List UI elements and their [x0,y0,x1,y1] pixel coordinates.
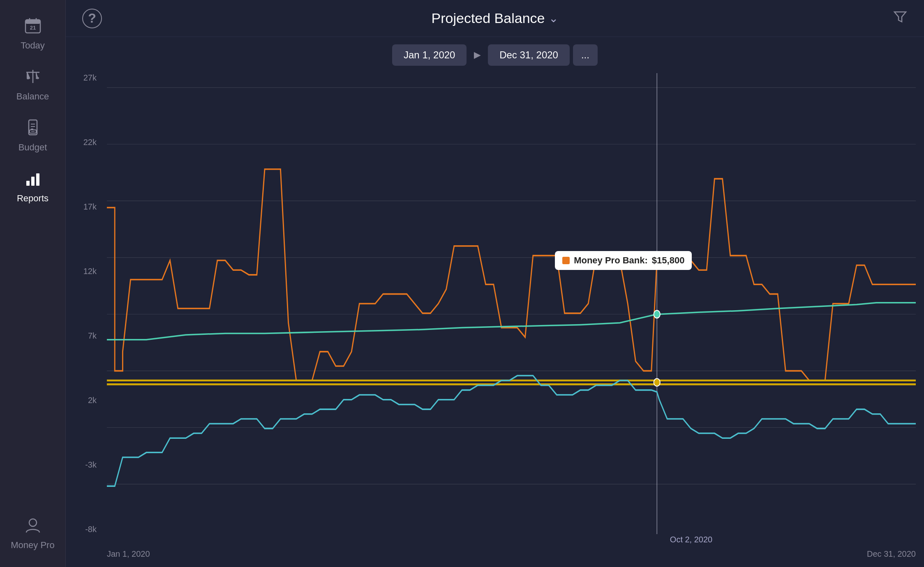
sidebar: 21 Today Balance [0,0,66,567]
chart-svg [107,73,916,534]
balance-icon [24,67,42,88]
sidebar-item-money-pro-label: Money Pro [11,540,54,551]
y-label-2k: 2k [66,396,103,405]
chart-area: 27k 22k 17k 12k 7k 2k -3k -8k [66,73,924,567]
sidebar-item-budget[interactable]: Budget [0,110,65,161]
header-center: Projected Balance ⌄ [432,10,559,26]
help-icon[interactable]: ? [82,9,102,28]
date-more-button[interactable]: ... [573,44,598,66]
sidebar-item-money-pro[interactable]: Money Pro [0,508,65,559]
sidebar-item-today[interactable]: 21 Today [0,8,65,59]
x-label-start: Jan 1, 2020 [107,549,150,559]
y-label-neg3k: -3k [66,460,103,470]
y-label-17k: 17k [66,202,103,212]
svg-point-30 [654,310,660,318]
main-content: ? Projected Balance ⌄ Jan 1, 2020 ► Dec … [66,0,924,567]
y-label-12k: 12k [66,267,103,276]
green-line [107,303,916,340]
filter-icon[interactable] [893,9,908,28]
reports-icon [24,169,42,190]
svg-text:21: 21 [30,25,35,31]
header-right [883,9,908,28]
end-date-button[interactable]: Dec 31, 2020 [488,44,570,66]
sidebar-item-budget-label: Budget [18,142,47,153]
y-axis-labels: 27k 22k 17k 12k 7k 2k -3k -8k [66,73,103,534]
svg-rect-17 [36,173,39,186]
y-label-27k: 27k [66,73,103,83]
svg-rect-16 [31,177,35,186]
header-help[interactable]: ? [82,9,107,28]
calendar-icon: 21 [24,16,42,37]
y-label-neg8k: -8k [66,525,103,534]
tooltip-label: Money Pro Bank: [574,255,648,266]
crosshair-date-label: Oct 2, 2020 [670,535,712,544]
tooltip-value: $15,800 [652,255,685,266]
sidebar-item-reports[interactable]: Reports [0,161,65,212]
svg-rect-1 [25,20,40,24]
date-range-bar: Jan 1, 2020 ► Dec 31, 2020 ... [66,37,924,73]
sidebar-item-balance[interactable]: Balance [0,59,65,110]
svg-rect-15 [26,181,30,186]
y-label-22k: 22k [66,138,103,147]
cyan-line [107,376,916,486]
budget-icon [24,118,42,139]
user-icon [24,516,42,537]
header: ? Projected Balance ⌄ [66,0,924,37]
x-axis-labels: Jan 1, 2020 Dec 31, 2020 [107,549,916,559]
svg-point-31 [654,378,660,386]
sidebar-item-reports-label: Reports [17,193,49,204]
sidebar-item-balance-label: Balance [16,91,49,102]
x-label-end: Dec 31, 2020 [867,549,916,559]
date-arrow-icon: ► [470,48,485,62]
svg-point-18 [29,519,37,526]
sidebar-item-today-label: Today [21,40,45,51]
page-title: Projected Balance [432,10,545,26]
chevron-down-icon[interactable]: ⌄ [549,12,558,25]
start-date-button[interactable]: Jan 1, 2020 [392,44,467,66]
tooltip-color-swatch [562,257,570,264]
svg-marker-19 [894,12,906,22]
y-label-7k: 7k [66,331,103,341]
chart-tooltip: Money Pro Bank: $15,800 [555,251,692,270]
